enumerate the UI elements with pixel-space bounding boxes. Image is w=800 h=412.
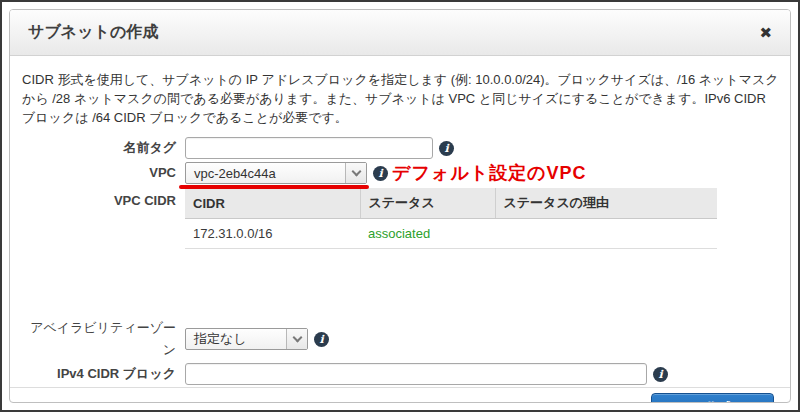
table-row: 172.31.0.0/16 associated bbox=[185, 219, 717, 249]
availability-zone-label: アベイラビリティーゾーン bbox=[22, 317, 185, 361]
vpc-select[interactable]: vpc-2eb4c44a bbox=[185, 162, 367, 184]
annotation-underline bbox=[179, 185, 369, 189]
cell-cidr: 172.31.0.0/16 bbox=[185, 219, 360, 249]
vpc-selected-value: vpc-2eb4c44a bbox=[194, 166, 276, 181]
vpc-cidr-label: VPC CIDR bbox=[22, 188, 185, 209]
ipv4-cidr-label: IPv4 CIDR ブロック bbox=[22, 363, 185, 385]
dialog-footer: キャンセル はい、作成する bbox=[10, 387, 790, 403]
table-header-row: CIDR ステータス ステータスの理由 bbox=[185, 188, 717, 219]
screenshot-frame: サブネットの作成 ✖ CIDR 形式を使用して、サブネットの IP アドレスブロ… bbox=[0, 0, 800, 412]
chevron-down-icon bbox=[286, 329, 307, 349]
cell-status: associated bbox=[360, 219, 495, 249]
close-icon[interactable]: ✖ bbox=[759, 25, 772, 40]
name-tag-row: 名前タグ i bbox=[22, 137, 778, 159]
name-tag-label: 名前タグ bbox=[22, 137, 185, 159]
availability-zone-selected-value: 指定なし bbox=[194, 330, 247, 348]
availability-zone-row: アベイラビリティーゾーン 指定なし i bbox=[22, 317, 778, 361]
chevron-down-icon bbox=[345, 163, 366, 183]
create-subnet-dialog: サブネットの作成 ✖ CIDR 形式を使用して、サブネットの IP アドレスブロ… bbox=[9, 9, 791, 403]
ipv4-cidr-input[interactable] bbox=[185, 363, 647, 385]
dialog-title: サブネットの作成 bbox=[28, 22, 158, 43]
info-icon[interactable]: i bbox=[314, 332, 329, 347]
vpc-annotation: デフォルト設定のVPC bbox=[392, 161, 587, 185]
ipv4-cidr-row: IPv4 CIDR ブロック i bbox=[22, 363, 778, 385]
cancel-button[interactable]: キャンセル bbox=[559, 400, 631, 404]
vpc-label: VPC bbox=[22, 162, 185, 184]
dialog-body: CIDR 形式を使用して、サブネットの IP アドレスブロックを指定します (例… bbox=[10, 56, 790, 387]
info-icon[interactable]: i bbox=[653, 367, 668, 382]
availability-zone-select[interactable]: 指定なし bbox=[185, 328, 308, 350]
vpc-row: VPC vpc-2eb4c44a i デフォルト設定のVPC bbox=[22, 161, 778, 185]
info-icon[interactable]: i bbox=[373, 166, 388, 181]
dialog-description: CIDR 形式を使用して、サブネットの IP アドレスブロックを指定します (例… bbox=[22, 70, 780, 127]
header-status: ステータス bbox=[360, 188, 495, 219]
header-cidr: CIDR bbox=[185, 188, 360, 219]
vpc-cidr-table: CIDR ステータス ステータスの理由 172.31.0.0/16 associ… bbox=[185, 188, 717, 249]
cell-status-reason bbox=[495, 219, 717, 249]
vpc-cidr-row: VPC CIDR CIDR ステータス ステータスの理由 172.31.0.0/… bbox=[22, 188, 778, 249]
header-status-reason: ステータスの理由 bbox=[495, 188, 717, 219]
info-icon[interactable]: i bbox=[439, 141, 454, 156]
name-tag-input[interactable] bbox=[185, 137, 433, 159]
vpc-select-wrap: vpc-2eb4c44a bbox=[185, 162, 367, 184]
dialog-header: サブネットの作成 ✖ bbox=[10, 10, 790, 56]
create-button[interactable]: はい、作成する bbox=[651, 393, 774, 404]
